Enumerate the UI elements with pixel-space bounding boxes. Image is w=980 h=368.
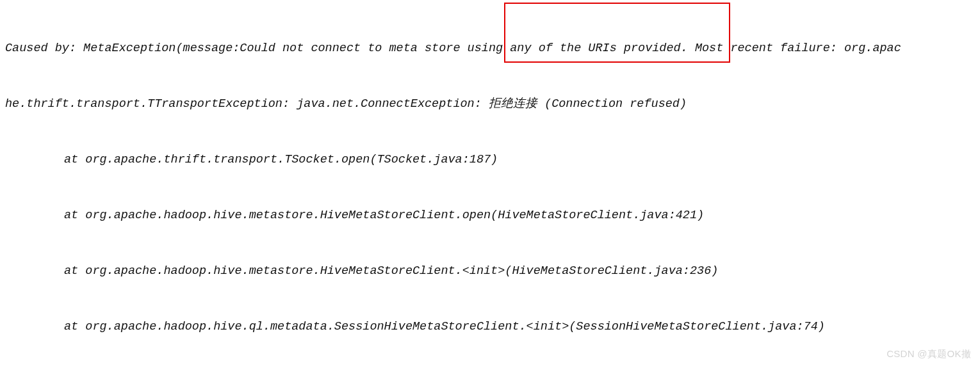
- stack-frame: at org.apache.hadoop.hive.metastore.Hive…: [5, 262, 980, 280]
- exception-header-line-1: Caused by: MetaException(message:Could n…: [5, 39, 980, 58]
- stack-frame: at org.apache.hadoop.hive.metastore.Hive…: [5, 206, 980, 225]
- stacktrace-block: Caused by: MetaException(message:Could n…: [0, 2, 980, 368]
- watermark-text: CSDN @真题OK撤: [886, 344, 971, 363]
- exception-header-line-2: he.thrift.transport.TTransportException:…: [5, 95, 980, 113]
- stack-frame: at org.apache.hadoop.hive.ql.metadata.Se…: [5, 317, 980, 336]
- stack-frame: at org.apache.thrift.transport.TSocket.o…: [5, 150, 980, 169]
